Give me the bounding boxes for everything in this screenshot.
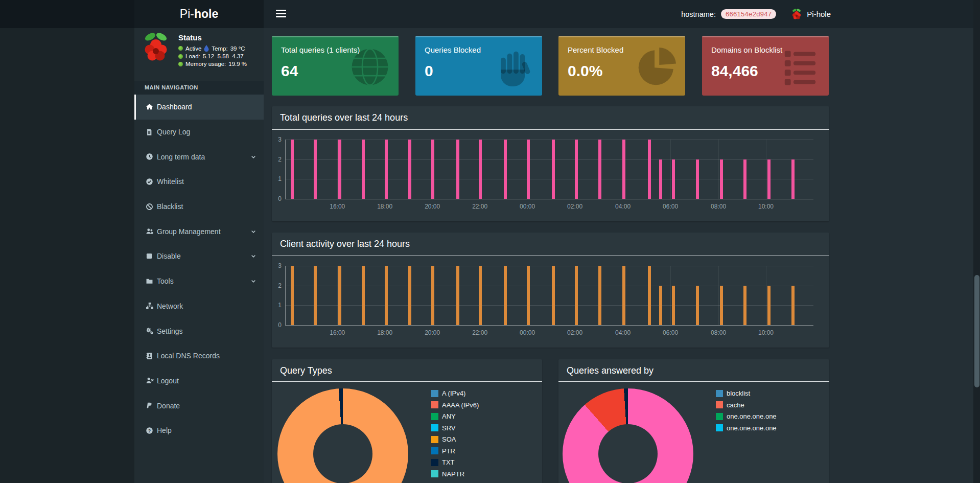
sidebar-item-network[interactable]: Network	[134, 294, 264, 319]
ban-icon	[146, 203, 157, 211]
question-icon: ?	[146, 427, 157, 434]
temperature-droplet-icon	[204, 45, 209, 52]
query-bar[interactable]	[338, 140, 341, 199]
query-bar[interactable]	[791, 159, 795, 199]
legend-item[interactable]: TXT	[431, 458, 479, 466]
query-bar[interactable]	[672, 159, 675, 199]
legend-item[interactable]: one.one.one.one	[716, 424, 777, 432]
sidebar-item-dashboard[interactable]: Dashboard	[134, 95, 264, 120]
status-box: Status Active Temp: 39 °C Load: 5.12 5.5…	[139, 31, 260, 68]
legend-item[interactable]: SRV	[431, 424, 479, 432]
address-book-icon	[146, 352, 157, 360]
query-types-donut-chart[interactable]	[277, 388, 408, 483]
panel-title: Client activity over last 24 hours	[272, 233, 829, 256]
query-bar[interactable]	[291, 266, 294, 325]
query-bar[interactable]	[362, 266, 365, 325]
sidebar-item-query-log[interactable]: Query Log	[134, 120, 264, 145]
query-bar[interactable]	[720, 159, 723, 199]
query-bar[interactable]	[696, 286, 699, 325]
query-bar[interactable]	[479, 266, 482, 325]
query-bar[interactable]	[385, 266, 388, 325]
query-bar[interactable]	[314, 266, 317, 325]
queries-answered-legend: blocklistcacheone.one.one.oneone.one.one…	[716, 389, 777, 435]
query-bar[interactable]	[659, 286, 662, 325]
query-bar[interactable]	[743, 159, 746, 199]
query-bar[interactable]	[672, 286, 675, 325]
sidebar-item-settings[interactable]: Settings	[134, 318, 264, 343]
query-bar[interactable]	[385, 140, 388, 199]
sidebar-item-logout[interactable]: Logout	[134, 369, 264, 394]
query-bar[interactable]	[767, 286, 771, 325]
legend-label: SRV	[442, 424, 456, 432]
status-row-load: Load: 5.12 5.58 4.37	[178, 53, 247, 59]
query-bar[interactable]	[408, 140, 411, 199]
scrollbar-track[interactable]	[973, 0, 980, 483]
query-bar[interactable]	[648, 140, 651, 199]
query-bar[interactable]	[504, 266, 507, 325]
query-bar[interactable]	[431, 266, 434, 325]
query-bar[interactable]	[431, 140, 434, 199]
brand-logo[interactable]: Pi-hole	[134, 0, 264, 28]
query-bar[interactable]	[527, 140, 530, 199]
query-bar[interactable]	[338, 266, 341, 325]
sidebar-item-group-management[interactable]: Group Management	[134, 219, 264, 244]
raspberry-icon	[790, 8, 803, 20]
query-bar[interactable]	[362, 140, 365, 199]
legend-item[interactable]: blocklist	[716, 389, 777, 397]
legend-item[interactable]: AAAA (IPv6)	[431, 401, 479, 409]
query-bar[interactable]	[622, 140, 625, 199]
query-bar[interactable]	[598, 140, 601, 199]
query-bar[interactable]	[479, 140, 482, 199]
legend-swatch-icon	[431, 401, 438, 408]
legend-item[interactable]: PTR	[431, 447, 479, 455]
query-bar[interactable]	[575, 266, 578, 325]
sidebar-item-blacklist[interactable]: Blacklist	[134, 194, 264, 219]
query-bar[interactable]	[552, 266, 555, 325]
sidebar-item-long-term-data[interactable]: Long term data	[134, 144, 264, 169]
gears-icon	[146, 327, 157, 335]
legend-item[interactable]: one.one.one.one	[716, 412, 777, 420]
query-bar[interactable]	[575, 140, 578, 199]
legend-swatch-icon	[431, 390, 438, 397]
sidebar-item-local-dns-records[interactable]: Local DNS Records	[134, 343, 264, 369]
scrollbar-thumb[interactable]	[974, 275, 979, 387]
sidebar-item-help[interactable]: ?Help	[134, 418, 264, 443]
legend-item[interactable]: SOA	[431, 435, 479, 443]
panel-title: Total queries over last 24 hours	[272, 106, 829, 130]
query-bar[interactable]	[767, 159, 771, 199]
query-bar[interactable]	[720, 286, 723, 325]
query-bar[interactable]	[527, 266, 530, 325]
total-queries-chart[interactable]: 012316:0018:0020:0022:0000:0002:0004:000…	[285, 140, 813, 199]
query-bar[interactable]	[552, 140, 555, 199]
query-bar[interactable]	[648, 266, 651, 325]
user-times-icon	[146, 377, 157, 384]
sidebar-item-label: Network	[157, 302, 183, 310]
query-bar[interactable]	[314, 140, 317, 199]
query-bar[interactable]	[504, 140, 507, 199]
sidebar-item-label: Long term data	[157, 153, 205, 161]
query-bar[interactable]	[791, 286, 795, 325]
client-activity-chart[interactable]: 012316:0018:0020:0022:0000:0002:0004:000…	[285, 266, 813, 326]
legend-item[interactable]: A (IPv4)	[431, 389, 479, 397]
query-bar[interactable]	[291, 140, 294, 199]
query-bar[interactable]	[408, 266, 411, 325]
navbar-brand-right[interactable]: Pi-hole	[790, 8, 831, 20]
query-bar[interactable]	[598, 266, 601, 325]
sidebar-item-tools[interactable]: Tools	[134, 269, 264, 294]
sidebar-item-disable[interactable]: Disable	[134, 244, 264, 269]
sidebar-item-donate[interactable]: Donate	[134, 393, 264, 418]
query-bar[interactable]	[622, 266, 625, 325]
stat-card: Total queries (1 clients)64	[272, 36, 399, 96]
legend-item[interactable]: cache	[716, 401, 777, 409]
queries-answered-donut-chart[interactable]	[563, 388, 693, 483]
query-bar[interactable]	[456, 140, 459, 199]
legend-item[interactable]: ANY	[431, 412, 479, 420]
legend-item[interactable]: NAPTR	[431, 470, 479, 478]
query-bar[interactable]	[696, 159, 699, 199]
sidebar-item-label: Settings	[157, 327, 183, 335]
query-bar[interactable]	[743, 286, 746, 325]
query-bar[interactable]	[456, 266, 459, 325]
sidebar-toggle-icon[interactable]	[276, 10, 286, 18]
sidebar-item-whitelist[interactable]: Whitelist	[134, 169, 264, 194]
query-bar[interactable]	[659, 159, 662, 199]
